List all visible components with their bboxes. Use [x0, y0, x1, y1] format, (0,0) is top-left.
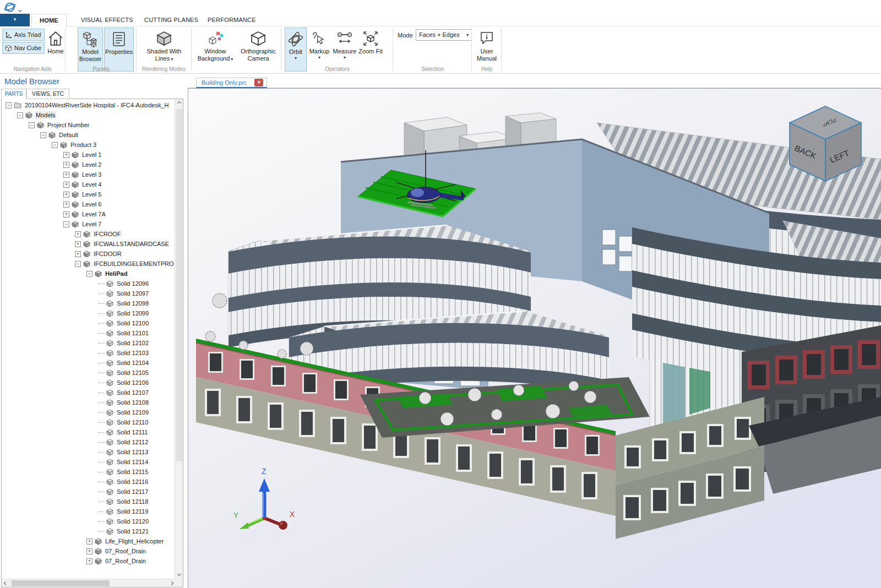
scroll-thumb[interactable]	[12, 580, 110, 586]
collapse-toggle[interactable]: −	[52, 142, 58, 148]
tree-item-label[interactable]: Solid 12104	[116, 359, 150, 367]
tree-item-label[interactable]: Level 5	[81, 190, 102, 198]
user-manual-button[interactable]: User Manual	[474, 28, 500, 72]
orbit-button[interactable]: Orbit ▾	[285, 28, 307, 72]
tab-cutting-planes[interactable]: CUTTING PLANES	[137, 14, 206, 26]
tree-row[interactable]: −Product 3	[2, 140, 174, 150]
tree-item-label[interactable]: Solid 12105	[116, 369, 150, 377]
tree-row[interactable]: −HeliPad	[2, 269, 174, 279]
tree-item-label[interactable]: IFCDOOR	[93, 250, 123, 258]
expand-toggle[interactable]: +	[86, 558, 93, 564]
tree-row[interactable]: Solid 12097	[2, 288, 174, 298]
tree-item-label[interactable]: Solid 12116	[116, 478, 149, 486]
tree-item-label[interactable]: Solid 12120	[116, 518, 150, 525]
tree-item-label[interactable]: Solid 12098	[116, 300, 150, 307]
tree-row[interactable]: +Level 7A	[2, 209, 174, 219]
tree-item-label[interactable]: Solid 12102	[116, 339, 150, 347]
tree-item-label[interactable]: Models	[35, 111, 56, 119]
tree-row[interactable]: −20190104WestRiverSide Hospital - IFC4-A…	[2, 100, 174, 110]
tree-row[interactable]: Solid 12101	[2, 328, 174, 338]
expand-toggle[interactable]: +	[86, 538, 93, 545]
tree-row[interactable]: Solid 12111	[2, 427, 174, 437]
markup-button[interactable]: Markup ▾	[308, 28, 331, 72]
tree-item-label[interactable]: Solid 12109	[116, 409, 150, 416]
tree-row[interactable]: +Level 1	[2, 150, 174, 160]
tree-row[interactable]: Solid 12102	[2, 338, 174, 348]
tab-views-etc[interactable]: VIEWS, ETC	[26, 89, 69, 99]
tree-row[interactable]: Solid 12116	[2, 477, 174, 487]
expand-toggle[interactable]: +	[75, 251, 81, 257]
collapse-toggle[interactable]: −	[40, 132, 46, 138]
tree-item-label[interactable]: Solid 12110	[116, 418, 149, 426]
selection-mode-select[interactable]: Faces + Edges ▾	[416, 29, 472, 41]
tree-row[interactable]: Solid 12115	[2, 467, 174, 477]
nav-cube[interactable]: BACK LEFT TOP	[790, 106, 861, 181]
tree-item-label[interactable]: 07_Roof_Drain	[104, 547, 147, 555]
tree-item-label[interactable]: Solid 12111	[116, 428, 149, 436]
expand-toggle[interactable]: +	[63, 172, 69, 178]
tree-item-label[interactable]: Level 4	[81, 181, 102, 188]
tree-vertical-scrollbar[interactable]	[175, 99, 183, 587]
tab-parts[interactable]: PARTS	[1, 89, 26, 99]
expand-toggle[interactable]: +	[63, 182, 69, 188]
shaded-with-lines-button[interactable]: Shaded With Lines▾	[145, 28, 183, 72]
tree-row[interactable]: +Level 5	[2, 189, 174, 199]
tree-row[interactable]: Solid 12109	[2, 407, 174, 417]
expand-toggle[interactable]: +	[63, 192, 69, 198]
tree-item-label[interactable]: Level 2	[81, 161, 102, 168]
tree-row[interactable]: +07_Roof_Drain	[2, 556, 174, 566]
tree-row[interactable]: Solid 12106	[2, 378, 174, 388]
viewport-3d-canvas[interactable]: BACK LEFT TOP Z Y X	[188, 88, 881, 588]
tree-item-label[interactable]: Product 3	[69, 141, 97, 149]
tree-row[interactable]: −Level 7	[2, 219, 174, 229]
home-button[interactable]: Home	[46, 28, 65, 72]
tree-row[interactable]: Solid 12119	[2, 507, 174, 516]
measure-button[interactable]: Measure ▾	[332, 28, 357, 72]
collapse-toggle[interactable]: −	[29, 122, 35, 128]
tree-item-label[interactable]: Solid 12100	[116, 319, 150, 327]
tree-item-label[interactable]: Solid 12112	[116, 438, 149, 446]
tree-row[interactable]: +Level 2	[2, 160, 174, 170]
collapse-toggle[interactable]: −	[86, 271, 93, 277]
collapse-toggle[interactable]: −	[6, 102, 12, 108]
tree-item-label[interactable]: Default	[58, 131, 79, 139]
tree-horizontal-scrollbar[interactable]	[2, 579, 176, 587]
tab-performance[interactable]: PERFORMANCE	[200, 14, 264, 26]
tree-item-label[interactable]: Life_Flight_Helicopter	[104, 537, 165, 545]
tree-row[interactable]: +IFCROOF	[2, 229, 174, 239]
tree-row[interactable]: −IFCBUILDINGELEMENTPROXY	[2, 259, 174, 269]
scroll-thumb[interactable]	[176, 109, 182, 461]
tree-item-label[interactable]: Solid 12115	[116, 468, 149, 476]
tab-visual-effects[interactable]: VISUAL EFFECTS	[73, 14, 141, 26]
tree-row[interactable]: Solid 12103	[2, 348, 174, 358]
scroll-up-button[interactable]	[175, 99, 183, 107]
tree-row[interactable]: +07_Roof_Drain	[2, 546, 174, 556]
tree-row[interactable]: Solid 12099	[2, 308, 174, 318]
tree-row[interactable]: +Level 4	[2, 179, 174, 189]
tree-row[interactable]: Solid 12112	[2, 437, 174, 447]
tree-item-label[interactable]: Solid 12118	[116, 498, 149, 505]
collapse-toggle[interactable]: −	[63, 221, 69, 227]
expand-toggle[interactable]: +	[75, 231, 81, 237]
tree-row[interactable]: Solid 12108	[2, 398, 174, 407]
expand-toggle[interactable]: +	[63, 162, 69, 168]
tab-home[interactable]: HOME	[31, 14, 67, 27]
tree-item-label[interactable]: Solid 12103	[116, 349, 150, 357]
tree-row[interactable]: +Level 3	[2, 170, 174, 179]
tree-row[interactable]: Solid 12098	[2, 298, 174, 308]
document-tab[interactable]: Building Only.prc ✕	[196, 78, 267, 88]
scroll-down-button[interactable]	[175, 570, 183, 578]
tree-row[interactable]: +IFCDOOR	[2, 249, 174, 259]
properties-button[interactable]: Properties	[104, 28, 134, 72]
tree-item-label[interactable]: Solid 12099	[116, 309, 150, 317]
model-browser-button[interactable]: Model Browser	[78, 28, 103, 72]
tree-item-label[interactable]: Level 1	[81, 151, 102, 159]
building-scene[interactable]: BACK LEFT TOP Z Y X	[188, 89, 881, 588]
collapse-toggle[interactable]: −	[75, 261, 81, 267]
tree-item-label[interactable]: IFCBUILDINGELEMENTPROXY	[93, 260, 174, 268]
zoom-fit-button[interactable]: Zoom Fit	[358, 28, 383, 72]
tree-row[interactable]: Solid 12114	[2, 457, 174, 467]
tree-row[interactable]: Solid 12100	[2, 318, 174, 328]
tree-item-label[interactable]: Level 7	[81, 220, 102, 228]
customize-quick-access-button[interactable]	[19, 4, 24, 10]
